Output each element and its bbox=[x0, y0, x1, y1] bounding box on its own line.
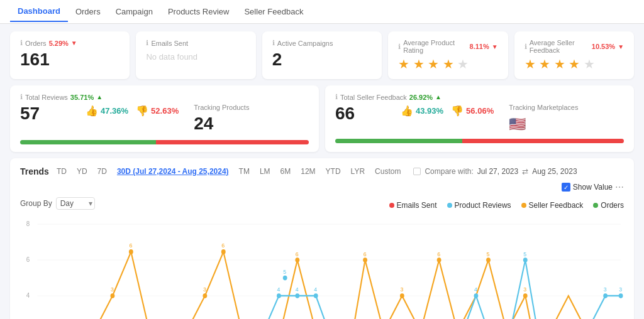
svg-text:6: 6 bbox=[129, 242, 132, 249]
total-reviews-trend-icon: ▲ bbox=[96, 94, 103, 100]
thumbs-down-icon: 👎 bbox=[136, 105, 148, 117]
total-sf-main: 66 bbox=[335, 104, 386, 124]
negative-pct: 52.63% bbox=[151, 106, 179, 116]
total-reviews-card: ℹ Total Reviews 35.71% ▲ 57 👍 47.36% 👎 5… bbox=[10, 85, 319, 152]
nav-seller-feedback[interactable]: Seller Feedback bbox=[236, 2, 311, 21]
period-30d[interactable]: 30D (Jul 27,2024 - Aug 25,2024) bbox=[114, 166, 231, 177]
sf-negative-pct-item: 👎 56.06% bbox=[451, 105, 494, 117]
svg-point-77 bbox=[603, 293, 608, 298]
product-rating-change: 8.11% bbox=[470, 43, 489, 50]
sf-progress-green bbox=[335, 139, 462, 143]
svg-text:3: 3 bbox=[400, 286, 403, 293]
negative-pct-item: 👎 52.63% bbox=[136, 105, 179, 117]
nav-campaign[interactable]: Campaign bbox=[108, 2, 160, 21]
period-td[interactable]: TD bbox=[54, 166, 69, 177]
svg-text:6: 6 bbox=[296, 251, 299, 257]
product-rating-header: ℹ Average Product Rating 8.11% ▼ bbox=[398, 39, 497, 54]
emails-sent-header: ℹ Emails Sent bbox=[146, 39, 245, 47]
period-7d[interactable]: 7D bbox=[95, 166, 109, 177]
svg-text:3: 3 bbox=[203, 286, 206, 293]
sf-star-4: ★ bbox=[569, 57, 580, 71]
trends-header: Trends TD YD 7D 30D (Jul 27,2024 - Aug 2… bbox=[20, 166, 624, 192]
legend-seller-feedback-label: Seller Feedback bbox=[529, 201, 584, 210]
period-lm[interactable]: LM bbox=[257, 166, 273, 177]
orders-info-icon: ℹ bbox=[20, 39, 23, 47]
compare-checkbox[interactable] bbox=[413, 168, 421, 175]
svg-point-25 bbox=[203, 293, 207, 298]
trends-section: Trends TD YD 7D 30D (Jul 27,2024 - Aug 2… bbox=[10, 158, 634, 319]
svg-text:3: 3 bbox=[111, 286, 114, 293]
nav-products-review[interactable]: Products Review bbox=[160, 2, 237, 21]
svg-text:6: 6 bbox=[437, 251, 440, 257]
group-by-select[interactable]: Day Week Month bbox=[56, 197, 95, 210]
campaigns-value: 2 bbox=[272, 50, 372, 70]
period-lyr[interactable]: LYR bbox=[348, 166, 367, 177]
more-options-icon[interactable]: ⋯ bbox=[615, 182, 624, 192]
svg-point-59 bbox=[283, 276, 287, 281]
period-6m[interactable]: 6M bbox=[278, 166, 294, 177]
sf-star-2: ★ bbox=[539, 57, 550, 71]
svg-point-17 bbox=[129, 249, 133, 254]
show-value-checkbox[interactable]: ✓ bbox=[562, 183, 570, 192]
total-sf-info-icon: ℹ bbox=[335, 93, 338, 101]
group-legend-row: Group By Day Week Month ▾ Emails Sent Pr… bbox=[20, 197, 624, 214]
show-value-section: ✓ Show Value ⋯ bbox=[562, 182, 624, 192]
orders-header: ℹ Orders 5.29% ▼ bbox=[20, 39, 119, 47]
svg-text:4: 4 bbox=[474, 286, 477, 293]
seller-feedback-trend-icon: ▼ bbox=[618, 43, 624, 50]
emails-info-icon: ℹ bbox=[146, 39, 148, 47]
total-reviews-progress bbox=[20, 140, 309, 144]
emails-sent-label: Emails Sent bbox=[151, 40, 188, 47]
group-by-section: Group By Day Week Month ▾ bbox=[20, 197, 92, 210]
svg-point-65 bbox=[474, 293, 478, 298]
tracking-products-col: Tracking Products 24 bbox=[194, 104, 249, 134]
total-reviews-main: 57 bbox=[20, 104, 70, 124]
seller-feedback-header: ℹ Average Seller Feedback 10.53% ▼ bbox=[525, 39, 624, 54]
seller-feedback-label: Average Seller Feedback bbox=[530, 39, 589, 54]
tracking-marketplaces-col: Tracking Marketplaces 🇺🇸 bbox=[509, 104, 578, 132]
nav-orders[interactable]: Orders bbox=[68, 2, 108, 21]
period-ytd[interactable]: YTD bbox=[323, 166, 343, 177]
seller-feedback-dot bbox=[521, 203, 526, 208]
svg-point-57 bbox=[314, 293, 318, 298]
legend-orders: Orders bbox=[593, 201, 624, 210]
active-campaigns-card: ℹ Active Campaigns 2 bbox=[262, 31, 382, 79]
legend-product-reviews-label: Product Reviews bbox=[455, 201, 511, 210]
total-sf-progress bbox=[335, 139, 624, 143]
product-rating-label: Average Product Rating bbox=[403, 39, 467, 54]
period-custom[interactable]: Custom bbox=[372, 166, 403, 177]
total-reviews-info-icon: ℹ bbox=[20, 93, 23, 101]
total-sf-inner: 66 👍 43.93% 👎 56.06% Tracking Marketplac… bbox=[335, 104, 624, 132]
seller-feedback-info-icon: ℹ bbox=[525, 43, 527, 51]
campaigns-header: ℹ Active Campaigns bbox=[272, 39, 372, 47]
orders-trend-icon: ▼ bbox=[71, 40, 77, 46]
period-tm[interactable]: TM bbox=[236, 166, 252, 177]
orders-card: ℹ Orders 5.29% ▼ 161 bbox=[10, 31, 130, 79]
period-yd[interactable]: YD bbox=[74, 166, 90, 177]
svg-text:5: 5 bbox=[523, 251, 526, 257]
campaigns-info-icon: ℹ bbox=[272, 39, 275, 47]
orders-dot bbox=[593, 203, 598, 208]
reviews-progress-red bbox=[156, 140, 309, 144]
sf-negative-pct: 56.06% bbox=[466, 106, 494, 116]
thumbs-up-icon: 👍 bbox=[86, 105, 98, 117]
total-reviews-label: Total Reviews bbox=[25, 94, 68, 101]
orders-label: Orders bbox=[25, 40, 47, 47]
total-sf-header: ℹ Total Seller Feedback 26.92% ▲ bbox=[335, 93, 624, 101]
compare-arrow-icon: ⇄ bbox=[522, 167, 528, 176]
orders-value: 161 bbox=[20, 50, 119, 70]
svg-text:4: 4 bbox=[314, 286, 317, 293]
bottom-stats-row: ℹ Total Reviews 35.71% ▲ 57 👍 47.36% 👎 5… bbox=[10, 85, 634, 152]
total-reviews-inner: 57 👍 47.36% 👎 52.63% Tracking Products 2… bbox=[20, 104, 309, 134]
sf-progress-red bbox=[462, 139, 624, 143]
product-rating-info-icon: ℹ bbox=[398, 43, 401, 51]
product-rating-stars: ★ ★ ★ ★ ★ bbox=[398, 57, 497, 72]
sf-star-5: ★ bbox=[584, 57, 595, 71]
compare-label: Compare with: bbox=[425, 167, 473, 176]
svg-point-41 bbox=[523, 293, 528, 298]
nav-dashboard[interactable]: Dashboard bbox=[10, 1, 68, 22]
period-12m[interactable]: 12M bbox=[298, 166, 318, 177]
svg-text:3: 3 bbox=[619, 286, 622, 293]
orders-change: 5.29% bbox=[49, 40, 69, 47]
campaigns-label: Active Campaigns bbox=[277, 40, 333, 47]
